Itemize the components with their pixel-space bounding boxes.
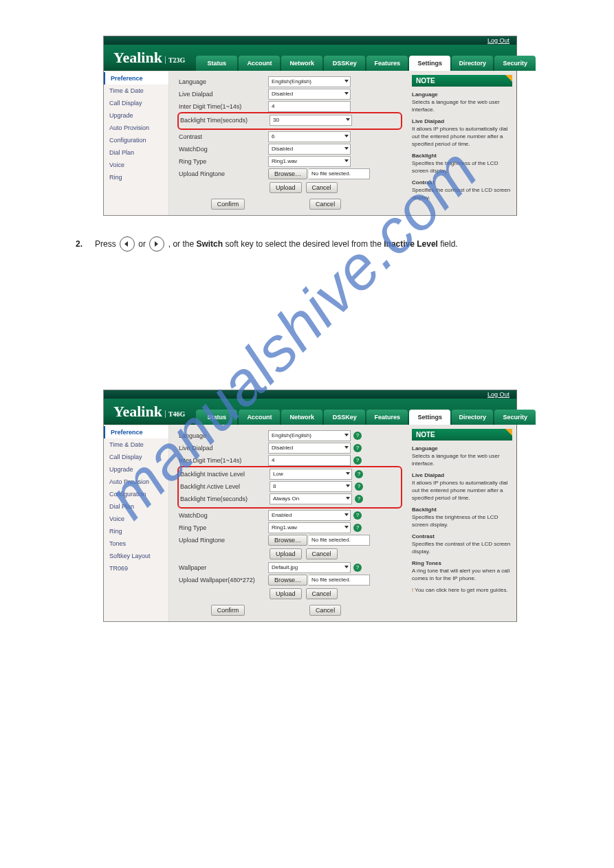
tab-settings[interactable]: Settings	[409, 56, 450, 71]
help-icon[interactable]: ?	[353, 564, 362, 572]
logout-link[interactable]: Log Out	[487, 37, 509, 44]
help-icon[interactable]: ?	[353, 444, 362, 452]
select-field[interactable]: English(English)	[268, 430, 351, 441]
select-field[interactable]: Disabled	[268, 89, 351, 100]
tab-account[interactable]: Account	[239, 410, 280, 425]
form-row: Inter Digit Time(1~14s)4	[179, 101, 401, 112]
sidebar-item-voice[interactable]: Voice	[104, 159, 168, 171]
upload-ringtone-label: Upload Ringtone	[179, 537, 268, 544]
help-icon[interactable]: ?	[353, 511, 362, 520]
help-icon[interactable]: ?	[355, 470, 363, 478]
field-label: Contrast	[179, 133, 268, 140]
field-label: WatchDog	[179, 512, 268, 519]
tab-dsskey[interactable]: DSSKey	[324, 410, 365, 425]
tab-directory[interactable]: Directory	[452, 56, 493, 71]
model-tag: T46G	[165, 410, 185, 418]
upload-button[interactable]: Upload	[270, 182, 302, 193]
tab-account[interactable]: Account	[239, 56, 280, 71]
cancel-upload-button[interactable]: Cancel	[306, 548, 338, 559]
cancel-upload-button[interactable]: Cancel	[306, 182, 338, 193]
file-selected-text: No file selected.	[309, 535, 370, 546]
tab-features[interactable]: Features	[366, 56, 408, 71]
text-field[interactable]: 4	[268, 455, 351, 466]
select-field[interactable]: 8	[270, 481, 352, 492]
tab-security[interactable]: Security	[494, 56, 536, 71]
tab-settings[interactable]: Settings	[409, 410, 450, 425]
sidebar-item-ring[interactable]: Ring	[104, 525, 168, 537]
sidebar-item-upgrade[interactable]: Upgrade	[104, 109, 168, 122]
browse-button[interactable]: Browse…	[268, 575, 307, 586]
sidebar-item-preference[interactable]: Preference	[104, 426, 168, 438]
select-field[interactable]: Always On	[270, 493, 352, 504]
upload-button[interactable]: Upload	[270, 588, 302, 599]
help-icon[interactable]: ?	[353, 456, 362, 465]
sidebar-item-auto-provision[interactable]: Auto Provision	[104, 476, 168, 488]
help-icon[interactable]: ?	[355, 482, 363, 491]
confirm-button[interactable]: Confirm	[211, 199, 245, 210]
select-field[interactable]: Ring1.wav	[268, 156, 351, 167]
wallpaper-label: Wallpaper	[179, 564, 268, 571]
upload-button[interactable]: Upload	[270, 548, 302, 559]
sidebar-item-time-date[interactable]: Time & Date	[104, 438, 168, 451]
tab-directory[interactable]: Directory	[452, 410, 493, 425]
side-nav: PreferenceTime & DateCall DisplayUpgrade…	[104, 425, 169, 621]
field-label: Ring Type	[179, 158, 268, 165]
sidebar-item-tones[interactable]: Tones	[104, 537, 168, 550]
text-field[interactable]: 4	[268, 101, 351, 112]
cancel-button[interactable]: Cancel	[309, 605, 341, 616]
sidebar-item-time-date[interactable]: Time & Date	[104, 85, 168, 97]
field-label: Backlight Inactive Level	[180, 471, 270, 478]
help-icon[interactable]: ?	[353, 524, 362, 532]
field-label: Live Dialpad	[179, 91, 268, 98]
note-header: NOTE	[412, 429, 512, 441]
select-field[interactable]: Low	[270, 469, 352, 480]
select-field[interactable]: Enabled	[268, 510, 351, 521]
help-icon[interactable]: ?	[355, 495, 363, 503]
sidebar-item-dial-plan[interactable]: Dial Plan	[104, 146, 168, 159]
tab-dsskey[interactable]: DSSKey	[324, 56, 365, 71]
select-field[interactable]: Ring1.wav	[268, 522, 351, 533]
sidebar-item-tr069[interactable]: TR069	[104, 562, 168, 575]
select-field[interactable]: Disabled	[268, 443, 351, 454]
help-icon[interactable]: ?	[353, 432, 362, 440]
main-tabs: StatusAccountNetworkDSSKeyFeaturesSettin…	[196, 56, 536, 71]
tab-features[interactable]: Features	[366, 410, 408, 425]
sidebar-item-softkey-layout[interactable]: Softkey Layout	[104, 550, 168, 562]
sidebar-item-configuration[interactable]: Configuration	[104, 134, 168, 146]
tab-network[interactable]: Network	[281, 56, 322, 71]
sidebar-item-voice[interactable]: Voice	[104, 513, 168, 525]
sidebar-item-dial-plan[interactable]: Dial Plan	[104, 500, 168, 513]
tab-security[interactable]: Security	[494, 410, 536, 425]
wallpaper-select[interactable]: Default.jpg	[268, 562, 351, 573]
sidebar-item-configuration[interactable]: Configuration	[104, 488, 168, 500]
note-section: Ring TonesA ring tone that will alert yo…	[412, 559, 512, 582]
sidebar-item-auto-provision[interactable]: Auto Provision	[104, 122, 168, 134]
screenshot-t46g: Log Out YealinkT46G StatusAccountNetwork…	[103, 390, 517, 622]
select-field[interactable]: 6	[268, 131, 351, 142]
form-row: WatchDogEnabled?	[179, 510, 401, 521]
confirm-button[interactable]: Confirm	[211, 605, 245, 616]
browse-button[interactable]: Browse…	[268, 168, 307, 179]
select-field[interactable]: 30	[270, 115, 352, 126]
select-field[interactable]: English(English)	[268, 76, 351, 87]
sidebar-item-upgrade[interactable]: Upgrade	[104, 463, 168, 476]
tab-status[interactable]: Status	[196, 410, 237, 425]
tab-network[interactable]: Network	[281, 410, 322, 425]
select-field[interactable]: Disabled	[268, 144, 351, 155]
upload-ringtone-label: Upload Ringtone	[179, 170, 268, 177]
main-tabs: StatusAccountNetworkDSSKeyFeaturesSettin…	[196, 410, 536, 425]
sidebar-item-preference[interactable]: Preference	[104, 72, 168, 85]
cancel-upload-button[interactable]: Cancel	[306, 588, 338, 599]
wallpaper-row: Wallpaper Default.jpg ?	[179, 562, 401, 573]
form-row: Backlight Inactive LevelLow?	[180, 469, 399, 480]
tab-status[interactable]: Status	[196, 56, 237, 71]
sidebar-item-call-display[interactable]: Call Display	[104, 97, 168, 109]
logout-link[interactable]: Log Out	[487, 391, 509, 398]
sidebar-item-ring[interactable]: Ring	[104, 171, 168, 183]
cancel-button[interactable]: Cancel	[309, 199, 341, 210]
sidebar-item-call-display[interactable]: Call Display	[104, 451, 168, 463]
note-section: ContrastSpecifies the contrast of the LC…	[412, 533, 512, 555]
field-label: Ring Type	[179, 524, 268, 531]
note-panel: NOTE LanguageSelects a language for the …	[408, 71, 516, 215]
browse-button[interactable]: Browse…	[268, 535, 307, 546]
